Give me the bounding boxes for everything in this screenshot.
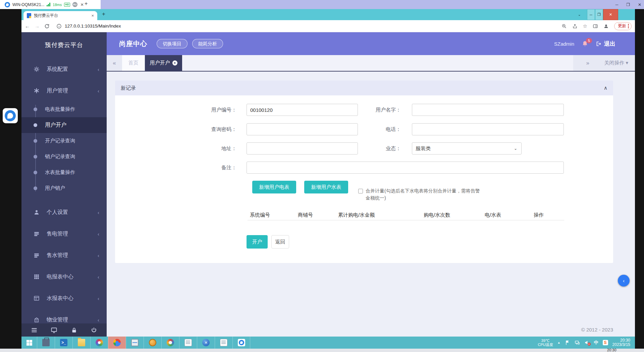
sidebar-item-meter-batch-ops[interactable]: 电表批量操作: [21, 101, 107, 117]
chevron-left-icon: ‹: [98, 88, 99, 94]
taskbar-admin-tools[interactable]: ✕: [197, 337, 215, 349]
remark-input[interactable]: [247, 162, 564, 174]
chrome-tab-close-icon[interactable]: ×: [91, 13, 94, 18]
building-icon: [34, 317, 40, 323]
bookmark-star-icon[interactable]: ☆: [583, 23, 587, 29]
open-account-button[interactable]: 开户: [247, 235, 268, 249]
sidebar-item-label: 电报表中心: [47, 273, 98, 280]
energy-analysis-button[interactable]: 能耗分析: [192, 39, 223, 48]
merge-metering-checkbox[interactable]: [358, 189, 363, 193]
sidebar-item-water-reports[interactable]: 水报表中心 ‹: [21, 288, 107, 309]
chrome-update-button[interactable]: 更新: [614, 22, 632, 30]
panel-body: 用户编号： 用户名字： 查询密码： 电话： 地址： 业态： 服装类: [115, 95, 613, 263]
back-button[interactable]: 返回: [271, 235, 289, 249]
profile-avatar-icon[interactable]: [603, 24, 609, 29]
close-session-icon[interactable]: ✕: [80, 2, 84, 7]
tray-expand-icon[interactable]: ▲: [557, 341, 560, 344]
network-icon[interactable]: [575, 340, 580, 345]
url-bar[interactable]: 127.0.0.1:10315/Main/Index: [56, 24, 121, 29]
power-icon[interactable]: [91, 327, 97, 334]
start-button[interactable]: [21, 337, 37, 349]
taskbar-file-explorer[interactable]: [72, 337, 90, 349]
todesk-icon: [238, 339, 245, 346]
sidebar-item-user-close-account[interactable]: 用户销户: [21, 180, 107, 196]
back-icon[interactable]: ←: [25, 23, 30, 29]
edge-collapse-handle[interactable]: ‹: [618, 275, 630, 287]
forward-icon[interactable]: →: [35, 23, 40, 29]
sidebar-item-electric-sales[interactable]: 售电管理 ‹: [21, 223, 107, 245]
host-minimize-button[interactable]: ─: [615, 2, 619, 7]
close-operations-dropdown[interactable]: 关闭操作 ▾: [604, 60, 628, 66]
host-close-button[interactable]: ✕: [638, 2, 641, 7]
taskbar-browser-app[interactable]: [90, 337, 108, 349]
chrome-tabstrip: 预付费云平台 × + ⌄ ─ ❐ ✕: [21, 9, 635, 20]
taskbar-clock[interactable]: 20:30 2023/3/15: [612, 338, 630, 347]
hamburger-menu-icon[interactable]: [31, 327, 38, 334]
business-type-select[interactable]: 服装类 ⌄: [412, 142, 522, 155]
taskbar-notepad2-app[interactable]: [215, 337, 232, 349]
zoom-icon[interactable]: [561, 24, 567, 29]
sidebar-item-water-sales[interactable]: 售水管理 ‹: [21, 245, 107, 266]
sidebar-item-water-batch-ops[interactable]: 水表批量操作: [21, 165, 107, 180]
chrome-tab[interactable]: 预付费云平台 ×: [23, 11, 97, 20]
volume-muted-icon[interactable]: ✕: [584, 340, 590, 345]
sidebar-item-system-config[interactable]: 系统配置 ‹: [21, 58, 107, 80]
url-text[interactable]: 127.0.0.1:10315/Main/Index: [65, 24, 121, 29]
taskbar-settings-app[interactable]: [144, 337, 161, 349]
chrome-menu-caret-icon[interactable]: ⌄: [578, 12, 581, 17]
kebab-menu-icon[interactable]: [628, 24, 629, 28]
add-electric-meter-button[interactable]: 新增用户电表: [252, 181, 296, 193]
flag-icon[interactable]: [565, 340, 570, 345]
taskbar-media-app[interactable]: [161, 337, 179, 349]
todesk-floating-button[interactable]: [3, 108, 18, 123]
share-icon[interactable]: [572, 24, 578, 29]
sidebar-item-user-open-account[interactable]: 用户开户: [21, 117, 107, 133]
sidebar-item-electric-reports[interactable]: 电报表中心 ‹: [21, 266, 107, 288]
scroll-tabs-right-icon[interactable]: »: [580, 60, 595, 67]
bell-icon[interactable]: 5: [582, 40, 588, 47]
business-type-label: 业态：: [334, 142, 401, 155]
remote-desktop: 预付费云平台 × + ⌄ ─ ❐ ✕ ← → 127.0.0.1:10315: [21, 9, 635, 349]
taskbar-powershell-app[interactable]: >_: [55, 337, 72, 349]
taskbar-notepad-app[interactable]: [179, 337, 197, 349]
windows-logo-icon: [26, 340, 32, 346]
host-restore-button[interactable]: ❐: [626, 2, 630, 7]
phone-input[interactable]: [412, 123, 564, 135]
side-panel-icon[interactable]: [593, 24, 598, 29]
remote-session-tab[interactable]: WIN-OQMSK21... 18ms HD RU ✕: [3, 0, 86, 9]
sidebar-item-open-record-query[interactable]: 开户记录查询: [21, 133, 107, 149]
scroll-tabs-left-icon[interactable]: «: [107, 55, 122, 71]
switch-project-button[interactable]: 切换项目: [157, 39, 187, 48]
taskbar-chrome-active[interactable]: [108, 337, 126, 349]
info-icon[interactable]: [56, 24, 62, 29]
sidebar-item-user-management[interactable]: 用户管理 ‹: [21, 80, 107, 101]
chrome-minimize-button[interactable]: ─: [587, 9, 595, 20]
monitor-icon[interactable]: [51, 327, 57, 334]
chrome-close-button[interactable]: ✕: [603, 9, 618, 20]
bullet-icon: [34, 123, 37, 127]
ime-indicator[interactable]: 中: [594, 340, 598, 346]
account-badge[interactable]: RU: [72, 2, 77, 7]
sogou-input-icon[interactable]: S: [603, 340, 608, 345]
sidebar-item-close-record-query[interactable]: 销户记录查询: [21, 149, 107, 165]
taskbar-monitor-app[interactable]: [126, 337, 144, 349]
hd-quality-badge[interactable]: HD: [64, 3, 70, 7]
lock-icon[interactable]: [71, 327, 77, 334]
tab-home[interactable]: 首页: [122, 55, 145, 71]
taskbar-toolbox-app[interactable]: [37, 337, 55, 349]
add-water-meter-button[interactable]: 新增用户水表: [304, 181, 348, 193]
tab-close-icon[interactable]: ×: [172, 60, 177, 65]
panel-collapse-icon[interactable]: ∧: [604, 85, 607, 91]
chrome-new-tab-button[interactable]: +: [102, 11, 105, 17]
user-name-input[interactable]: [412, 104, 564, 116]
document-icon: [220, 339, 227, 346]
sidebar-item-personal-settings[interactable]: 个人设置 ‹: [21, 202, 107, 223]
reload-icon[interactable]: [44, 24, 50, 29]
taskbar-todesk-app[interactable]: [232, 337, 250, 349]
sidebar-submenu: 电表批量操作 用户开户 开户记录查询 销户记录查询: [21, 101, 107, 196]
powershell-icon: >_: [60, 339, 67, 346]
remote-new-tab-button[interactable]: +: [85, 1, 88, 7]
logout-button[interactable]: 退出: [596, 40, 615, 48]
tab-user-open-account[interactable]: 用户开户 ×: [145, 55, 182, 71]
chrome-restore-button[interactable]: ❐: [595, 9, 603, 20]
